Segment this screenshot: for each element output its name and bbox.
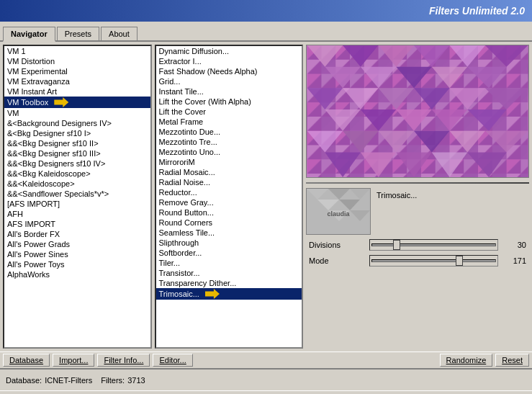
- tab-presets[interactable]: Presets: [57, 27, 99, 40]
- list-item[interactable]: VM Instant Art: [4, 86, 150, 97]
- app-window: Filters Unlimited 2.0 Navigator Presets …: [0, 0, 532, 394]
- list-item[interactable]: [AFS IMPORT]: [4, 199, 150, 209]
- list-item[interactable]: All's Power Toys: [4, 259, 150, 269]
- list-item-selected[interactable]: VM Toolbox: [4, 97, 150, 108]
- filter-item[interactable]: Mezzotinto Tre...: [156, 137, 302, 147]
- tab-navigator[interactable]: Navigator: [3, 27, 55, 42]
- editor-button[interactable]: Editor...: [153, 354, 192, 367]
- tab-about[interactable]: About: [101, 27, 137, 40]
- status-filters-count: 3713: [127, 376, 145, 385]
- filter-item[interactable]: Tiler...: [156, 258, 302, 268]
- status-db-name: ICNET-Filters: [45, 376, 92, 385]
- filter-item[interactable]: Fast Shadow (Needs Alpha): [156, 66, 302, 76]
- filter-item-selected[interactable]: Trimosaic...: [156, 288, 302, 300]
- slider-divisions[interactable]: [369, 239, 498, 251]
- filter-item[interactable]: Round Button...: [156, 207, 302, 218]
- filter-item[interactable]: Seamless Tile...: [156, 228, 302, 238]
- list-item[interactable]: All's Power Grads: [4, 239, 150, 249]
- filter-item[interactable]: Lift the Cover (With Alpha): [156, 97, 302, 107]
- list-item[interactable]: AlphaWorks: [4, 269, 150, 279]
- param-row-mode: Mode 171: [309, 255, 526, 267]
- filter-info-area: Trimosaic...: [374, 188, 529, 208]
- list-item[interactable]: VM 1: [4, 46, 150, 56]
- filter-item[interactable]: Extractor I...: [156, 56, 302, 66]
- filter-item[interactable]: Mezzotinto Due...: [156, 127, 302, 137]
- title-bar: Filters Unlimited 2.0: [0, 0, 532, 22]
- filter-item[interactable]: Softborder...: [156, 248, 302, 258]
- preview-container: [306, 45, 529, 178]
- filter-item[interactable]: MirrororiM: [156, 157, 302, 167]
- preview-bottom-area: claudia Trimosaic...: [306, 188, 529, 235]
- left-panel[interactable]: VM 1 VM Distortion VM Experimental VM Ex…: [3, 45, 152, 349]
- tab-bar: Navigator Presets About: [0, 22, 532, 42]
- list-item[interactable]: &<Background Designers IV>: [4, 118, 150, 128]
- list-item[interactable]: &&<Bkg Designers sf10 IV>: [4, 158, 150, 169]
- middle-panel[interactable]: Dynamic Diffusion... Extractor I... Fast…: [155, 45, 304, 349]
- toolbar-right: Randomize Reset: [440, 354, 529, 367]
- list-item[interactable]: AFH: [4, 209, 150, 219]
- param-label-divisions: Divisions: [309, 241, 366, 249]
- list-item[interactable]: AFS IMPORT: [4, 219, 150, 229]
- filter-item[interactable]: Metal Frame: [156, 117, 302, 127]
- main-content: VM 1 VM Distortion VM Experimental VM Ex…: [0, 42, 532, 352]
- preview-image: [306, 45, 529, 178]
- app-title: Filters Unlimited 2.0: [429, 5, 525, 17]
- filter-item[interactable]: Radial Mosaic...: [156, 167, 302, 177]
- param-value-divisions: 30: [501, 241, 526, 249]
- list-item[interactable]: &&<Bkg Designer sf10 II>: [4, 138, 150, 148]
- filter-item[interactable]: Lift the Cover: [156, 107, 302, 117]
- thumb-content: claudia: [307, 189, 370, 234]
- filter-item[interactable]: Instant Tile...: [156, 86, 302, 97]
- filter-item[interactable]: Round Corners: [156, 218, 302, 228]
- filter-info-button[interactable]: Filter Info...: [97, 354, 150, 367]
- filter-item[interactable]: Dynamic Diffusion...: [156, 46, 302, 56]
- list-item[interactable]: VM Distortion: [4, 56, 150, 66]
- list-item[interactable]: All's Border FX: [4, 229, 150, 239]
- filter-item[interactable]: Transparency Dither...: [156, 278, 302, 288]
- import-button[interactable]: Import...: [53, 354, 94, 367]
- filter-item[interactable]: Grid...: [156, 76, 302, 86]
- filter-item[interactable]: Reductor...: [156, 187, 302, 197]
- right-panel: claudia Trimosaic... Divisions 30: [306, 45, 529, 349]
- param-row-divisions: Divisions 30: [309, 239, 526, 251]
- status-db-label: Database:: [6, 376, 42, 385]
- randomize-button[interactable]: Randomize: [440, 354, 493, 367]
- bottom-bar: Apply Cancel Help: [0, 390, 532, 394]
- filter-item[interactable]: Transistor...: [156, 268, 302, 278]
- params-area: Divisions 30 Mode 171: [306, 238, 529, 349]
- arrow-indicator: [54, 97, 68, 107]
- filter-item[interactable]: Radial Noise...: [156, 177, 302, 187]
- param-value-mode: 171: [501, 256, 526, 265]
- filter-item[interactable]: Remove Gray...: [156, 197, 302, 207]
- list-item[interactable]: &&<Bkg Kaleidoscope>: [4, 169, 150, 179]
- list-item[interactable]: VM Extravaganza: [4, 76, 150, 86]
- param-label-mode: Mode: [309, 256, 366, 265]
- thumbnail: claudia: [306, 188, 371, 235]
- filter-name-label: Trimosaic...: [377, 191, 526, 200]
- divider: [306, 182, 529, 184]
- list-item[interactable]: &<Bkg Designer sf10 I>: [4, 128, 150, 138]
- toolbar: Database Import... Filter Info... Editor…: [0, 352, 532, 369]
- status-bar: Database: ICNET-Filters Filters: 3713: [0, 369, 532, 390]
- slider-mode[interactable]: [369, 255, 498, 267]
- filter-item[interactable]: Mezzotinto Uno...: [156, 147, 302, 157]
- list-item[interactable]: VM Experimental: [4, 66, 150, 76]
- list-item[interactable]: &&<Sandflower Specials*v*>: [4, 189, 150, 199]
- svg-text:claudia: claudia: [327, 210, 350, 218]
- list-item[interactable]: All's Power Sines: [4, 249, 150, 259]
- list-item[interactable]: VM: [4, 108, 150, 118]
- reset-button[interactable]: Reset: [495, 354, 529, 367]
- arrow-indicator: [205, 289, 220, 299]
- list-item[interactable]: &&<Bkg Designer sf10 III>: [4, 148, 150, 158]
- filter-item[interactable]: Slipthrough: [156, 238, 302, 248]
- list-item[interactable]: &&<Kaleidoscope>: [4, 179, 150, 189]
- status-filters-label: Filters:: [101, 376, 125, 385]
- database-button[interactable]: Database: [3, 354, 50, 367]
